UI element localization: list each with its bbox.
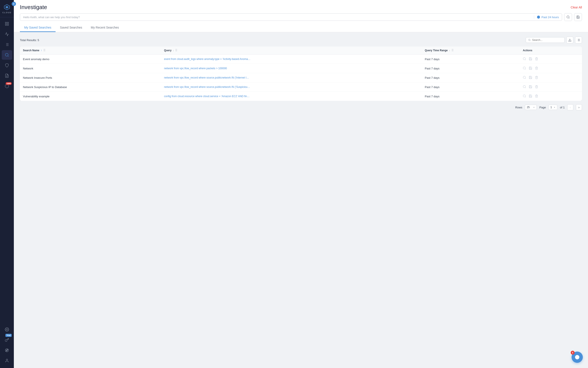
pagination: Rows 25 50 100 Page 1 of 1 ‹ › <box>20 104 582 110</box>
svg-line-40 <box>525 87 526 88</box>
sidebar-item-reports[interactable] <box>2 71 12 81</box>
action-search-0[interactable] <box>523 57 527 61</box>
table-scroll-container: Search Name ↑ ⠿ Query ↕ ⠿ <box>20 46 582 101</box>
search-nav-icon <box>5 53 9 57</box>
sidebar-item-shield[interactable] <box>2 61 12 70</box>
cell-query-1: network from vpc.flow_record where packe… <box>161 64 422 73</box>
table-row: Event anomaly demo event from cloud.audi… <box>20 55 582 64</box>
table-search-input[interactable] <box>532 38 562 42</box>
action-delete-2[interactable] <box>535 76 539 80</box>
action-save-0[interactable] <box>529 57 533 61</box>
content-area: Total Results: 5 <box>14 32 588 368</box>
cell-time-range-4: Past 7 days <box>422 92 520 101</box>
save-search-button[interactable] <box>574 13 582 21</box>
action-delete-3[interactable] <box>535 85 539 89</box>
time-filter-badge[interactable]: Past 24 hours <box>534 15 559 19</box>
action-save-2[interactable] <box>529 76 533 80</box>
next-page-button[interactable]: › <box>576 104 582 110</box>
sidebar-navigation: 1889 <box>0 17 14 323</box>
svg-rect-2 <box>5 24 7 26</box>
sidebar-item-investigate[interactable] <box>2 50 12 60</box>
search-tabs: My Saved Searches Saved Searches My Rece… <box>20 24 582 32</box>
cell-search-name-3: Network Suspicious IP to Database <box>20 83 161 92</box>
column-settings-button[interactable] <box>575 37 582 44</box>
sidebar-expand-button[interactable] <box>12 2 16 6</box>
query-link-0[interactable]: event from cloud.audit_logs where anomal… <box>164 57 250 61</box>
column-settings-icon <box>577 38 580 42</box>
action-delete-4[interactable] <box>535 94 539 98</box>
sidebar-item-plug[interactable] <box>2 346 12 355</box>
query-link-1[interactable]: network from vpc.flow_record where packe… <box>164 67 250 70</box>
cell-actions-1 <box>520 64 582 73</box>
svg-point-41 <box>523 95 526 97</box>
cell-actions-2 <box>520 73 582 83</box>
action-delete-0[interactable] <box>535 57 539 61</box>
sidebar-item-dashboard[interactable] <box>2 19 12 28</box>
sort-icon-time[interactable]: ↕ <box>449 49 450 52</box>
action-save-4[interactable] <box>529 94 533 98</box>
saved-searches-table: Search Name ↑ ⠿ Query ↕ ⠿ <box>20 46 582 101</box>
clear-all-button[interactable]: Clear All <box>571 6 582 9</box>
action-search-3[interactable] <box>523 85 527 89</box>
shield-icon <box>5 63 9 67</box>
action-search-2[interactable] <box>523 76 527 80</box>
query-link-4[interactable]: config from cloud.resource where cloud.s… <box>164 95 250 98</box>
table-row: Network network from vpc.flow_record whe… <box>20 64 582 73</box>
svg-rect-3 <box>7 24 9 26</box>
sidebar-item-user[interactable] <box>2 356 12 365</box>
sidebar-logo[interactable]: CLOUD <box>0 0 14 17</box>
cell-query-2: network from vpc.flow_record where sourc… <box>161 73 422 83</box>
cell-time-range-2: Past 7 days <box>422 73 520 83</box>
drag-handle-query[interactable]: ⠿ <box>175 49 177 52</box>
action-search-4[interactable] <box>523 94 527 98</box>
svg-point-39 <box>523 85 526 88</box>
cell-search-name-0: Event anomaly demo <box>20 55 161 64</box>
activity-icon <box>5 32 9 36</box>
svg-line-42 <box>525 97 526 97</box>
help-button[interactable]: 6 <box>571 351 583 363</box>
page-title-row: Investigate Clear All <box>20 4 582 11</box>
action-save-3[interactable] <box>529 85 533 89</box>
action-search-1[interactable] <box>523 66 527 70</box>
drag-handle-name[interactable]: ⠿ <box>43 49 45 52</box>
user-icon <box>5 359 9 363</box>
sidebar-item-settings[interactable] <box>2 325 12 334</box>
svg-line-36 <box>525 69 526 69</box>
sidebar-item-activity[interactable] <box>2 29 12 39</box>
sidebar-item-list[interactable] <box>2 40 12 49</box>
table-toolbar: Total Results: 5 <box>20 37 582 44</box>
toolbar-right <box>526 37 582 44</box>
search-submit-icon <box>566 15 570 19</box>
action-delete-1[interactable] <box>535 66 539 70</box>
svg-rect-0 <box>5 22 7 24</box>
search-submit-button[interactable] <box>564 13 572 21</box>
sidebar-item-alerts[interactable]: 1889 <box>2 81 12 91</box>
cell-query-4: config from cloud.resource where cloud.s… <box>161 92 422 101</box>
drag-handle-time[interactable]: ⠿ <box>451 49 454 52</box>
action-save-1[interactable] <box>529 66 533 70</box>
dashboard-icon <box>5 22 9 26</box>
col-query: Query ↕ ⠿ <box>161 46 422 55</box>
tab-saved-searches[interactable]: Saved Searches <box>55 24 87 32</box>
sidebar-item-key[interactable]: Trial <box>2 335 12 345</box>
tab-recent-searches[interactable]: My Recent Searches <box>87 24 123 32</box>
sort-icon-query[interactable]: ↕ <box>173 49 174 52</box>
rows-per-page-select[interactable]: 25 50 100 <box>525 105 537 110</box>
table-row: Network Suspicious IP to Database networ… <box>20 83 582 92</box>
cell-search-name-4: Vulnerability example <box>20 92 161 101</box>
svg-point-35 <box>523 67 526 69</box>
svg-point-33 <box>523 57 526 60</box>
sort-icon-name[interactable]: ↑ <box>41 49 42 52</box>
trial-badge: Trial <box>5 334 12 337</box>
svg-line-38 <box>525 78 526 79</box>
cell-query-0: event from cloud.audit_logs where anomal… <box>161 55 422 64</box>
download-button[interactable] <box>566 37 573 44</box>
query-link-2[interactable]: network from vpc.flow_record where sourc… <box>164 76 250 79</box>
page-select[interactable]: 1 <box>548 105 557 110</box>
prev-page-button[interactable]: ‹ <box>567 104 573 110</box>
help-icon <box>575 355 580 360</box>
plug-icon <box>5 348 9 352</box>
logo-icon <box>3 4 10 11</box>
tab-my-saved-searches[interactable]: My Saved Searches <box>20 24 55 32</box>
query-link-3[interactable]: network from vpc.flow_record where sourc… <box>164 85 250 89</box>
